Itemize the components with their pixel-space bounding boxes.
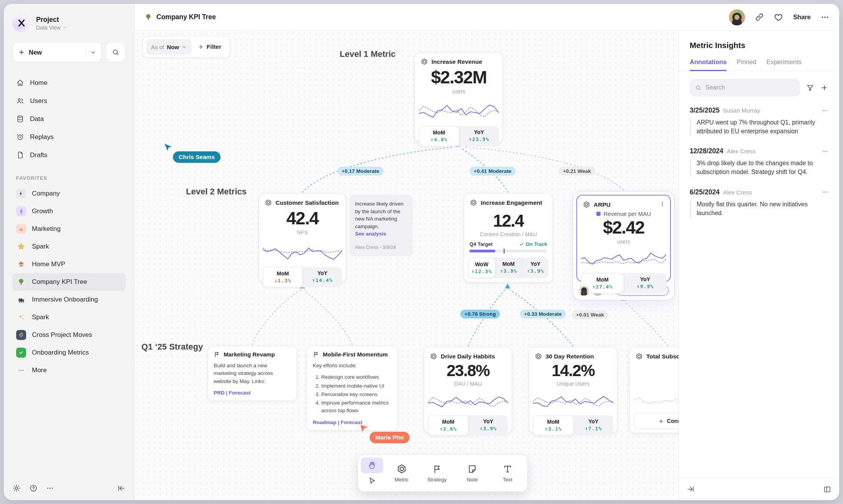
- project-header[interactable]: Project Data View: [12, 14, 126, 32]
- stat-yoy[interactable]: YoY↑14.4%: [303, 267, 342, 287]
- stat-mom[interactable]: MoM↑3.9%: [495, 258, 522, 278]
- favorite-label: Spark: [32, 243, 49, 250]
- stat-yoy[interactable]: YoY↑23.9%: [459, 126, 499, 146]
- annotation-menu-icon[interactable]: [821, 189, 828, 196]
- favorite-growth[interactable]: Growth: [12, 202, 126, 220]
- stat-yoy[interactable]: YoY↑7.1%: [574, 415, 614, 436]
- canvas-note[interactable]: Increase likely driven by the launch of …: [350, 195, 413, 256]
- chevron-down-icon[interactable]: [90, 50, 96, 55]
- add-strategy-tool[interactable]: Strategy: [420, 458, 454, 489]
- kebab-menu-icon[interactable]: [659, 201, 665, 207]
- annotation-menu-icon[interactable]: [821, 148, 828, 155]
- strategy-card-mobile-first[interactable]: Mobile-First Momentum Key efforts includ…: [307, 346, 398, 431]
- add-annotation-icon[interactable]: [820, 84, 828, 92]
- strategy-links[interactable]: PRD | Forecast: [214, 390, 291, 396]
- as-of-dropdown[interactable]: As of Now: [146, 39, 192, 55]
- sidebar-search-button[interactable]: [106, 42, 126, 62]
- sidebar-item-users[interactable]: Users: [12, 92, 126, 110]
- favorite-company-kpi-tree[interactable]: Company KPI Tree: [12, 273, 126, 291]
- annotation-item[interactable]: 6/25/2024 Alex Cress Mostly flat this qu…: [690, 188, 828, 217]
- favorite-marketing[interactable]: Marketing: [12, 220, 126, 238]
- edge-label[interactable]: +0.01 Weak: [572, 310, 608, 319]
- see-analysis-link[interactable]: See analysis: [355, 230, 407, 238]
- favorite-onboarding-metrics[interactable]: Onboarding Metrics: [12, 344, 126, 361]
- stat-yoy[interactable]: YoY↑9.9%: [624, 273, 666, 293]
- annotation-menu-icon[interactable]: [821, 107, 828, 114]
- as-of-prefix: As of: [151, 44, 164, 50]
- select-cursor-tool[interactable]: [361, 473, 383, 489]
- metric-card-increase-revenue[interactable]: Increase Revenue $2.32M users MoM↑4.8% Y…: [415, 52, 503, 143]
- new-button[interactable]: New: [12, 42, 102, 62]
- add-note-tool[interactable]: Note: [455, 458, 489, 489]
- stat-yoy[interactable]: YoY↑3.9%: [522, 258, 549, 278]
- filter-funnel-icon[interactable]: [806, 84, 814, 92]
- stat-mom[interactable]: MoM↑2.6%: [428, 415, 468, 436]
- new-button-label: New: [29, 49, 42, 56]
- stat-yoy[interactable]: YoY↑3.9%: [468, 415, 508, 436]
- panel-title: Metric Insights: [679, 31, 839, 50]
- level-1-label: Level 1 Metric: [340, 49, 396, 59]
- favorite-home-mvp[interactable]: Home MVP: [12, 255, 126, 273]
- strategy-card-marketing-revamp[interactable]: Marketing Revamp Build and launch a new …: [207, 346, 297, 401]
- stat-mom[interactable]: MoM↑3.1%: [533, 415, 574, 436]
- list-item: Personalize key screens: [321, 391, 392, 398]
- connect-data-button[interactable]: Connect: [634, 413, 679, 429]
- filter-button[interactable]: Filter: [198, 43, 227, 50]
- favorite-company[interactable]: Company: [12, 185, 126, 202]
- strategy-links[interactable]: Roadmap | Forecast: [313, 419, 392, 425]
- edge-label[interactable]: +0.41 Moderate: [470, 167, 516, 176]
- stat-wow[interactable]: WoW↑12.3%: [468, 258, 495, 278]
- metric-card-total-subscriptions[interactable]: Total Subscriptions Connect: [629, 347, 679, 433]
- annotation-item[interactable]: 3/25/2025 Susan Murray ARPU went up 7% t…: [690, 106, 828, 136]
- split-view-icon[interactable]: [823, 485, 831, 494]
- metric-card-30-day-retention[interactable]: 30 Day Retention 14.2% Unique Users MoM↑…: [529, 347, 617, 433]
- tree-icon: [144, 13, 152, 21]
- edge-label[interactable]: +0.33 Moderate: [520, 310, 566, 318]
- pan-hand-tool[interactable]: [361, 458, 383, 473]
- canvas-toolbar: Metric Strategy Note Text: [358, 454, 528, 492]
- tab-annotations[interactable]: Annotations: [690, 58, 727, 71]
- tab-pinned[interactable]: Pinned: [737, 58, 756, 71]
- favorite-spark-2[interactable]: Spark: [12, 308, 126, 326]
- search-box[interactable]: [690, 79, 800, 96]
- stat-strip: MoM↑2.6% YoY↑3.9%: [428, 415, 508, 436]
- tab-experiments[interactable]: Experiments: [767, 58, 802, 71]
- settings-gear-icon[interactable]: [12, 484, 21, 492]
- strategy-title: Marketing Revamp: [224, 351, 275, 358]
- metric-card-drive-daily-habits[interactable]: Drive Daily Habbits 23.8% DAU / MAU MoM↑…: [424, 347, 512, 433]
- add-metric-tool[interactable]: Metric: [385, 458, 418, 489]
- sidebar-more-button[interactable]: More: [12, 361, 126, 379]
- sidebar-item-data[interactable]: Data: [12, 110, 126, 128]
- annotator-avatar[interactable]: [579, 285, 589, 296]
- share-button[interactable]: Share: [793, 13, 811, 21]
- edge-label[interactable]: +0.17 Moderate: [337, 167, 383, 176]
- edge-label[interactable]: +0.78 Strong: [460, 310, 500, 318]
- favorite-immersive-onboarding[interactable]: Immersive Onboarding: [12, 291, 126, 308]
- stat-mom[interactable]: MoM↓1.3%: [263, 267, 303, 287]
- list-item: Implement mobile-native UI: [321, 382, 392, 390]
- more-options-icon[interactable]: [46, 484, 54, 492]
- sidebar-item-replays[interactable]: Replays: [12, 128, 126, 146]
- metric-card-increase-engagement[interactable]: Increase Engagement 12.4 Content Creatio…: [464, 193, 553, 282]
- help-icon[interactable]: [29, 484, 38, 492]
- user-avatar[interactable]: [729, 9, 745, 25]
- collapse-sidebar-icon[interactable]: [117, 484, 126, 492]
- sidebar-item-home[interactable]: Home: [12, 74, 126, 92]
- edge-label[interactable]: +0.21 Weak: [559, 167, 595, 176]
- copy-link-icon[interactable]: [755, 13, 764, 22]
- collapse-panel-icon[interactable]: [687, 485, 695, 493]
- favorite-cross-project-moves[interactable]: Cross Project Moves: [12, 326, 126, 344]
- project-view-switcher[interactable]: Data View: [36, 25, 67, 31]
- metric-card-arpu-selected[interactable]: ARPU Revenue per MAU $2.42 users MoM↑27.…: [573, 191, 675, 300]
- stat-mom[interactable]: MoM↑4.8%: [419, 126, 459, 146]
- favorite-spark[interactable]: Spark: [12, 238, 126, 255]
- add-text-tool[interactable]: Text: [491, 458, 524, 489]
- annotation-item[interactable]: 12/28/2024 Alex Cress 3% drop likely due…: [690, 147, 828, 176]
- kpi-tree-canvas[interactable]: As of Now Filter Level 1 Metric Level 2 …: [134, 31, 679, 500]
- metric-card-customer-satisfaction[interactable]: Customer Satisfaction 42.4 NPS MoM↓1.3% …: [259, 193, 346, 282]
- more-menu-icon[interactable]: [821, 13, 829, 22]
- sidebar-item-drafts[interactable]: Drafts: [12, 146, 126, 164]
- search-input[interactable]: [705, 84, 795, 91]
- favorite-heart-icon[interactable]: [774, 13, 783, 22]
- collaborator-cursor-label: Chris Seams: [173, 151, 221, 163]
